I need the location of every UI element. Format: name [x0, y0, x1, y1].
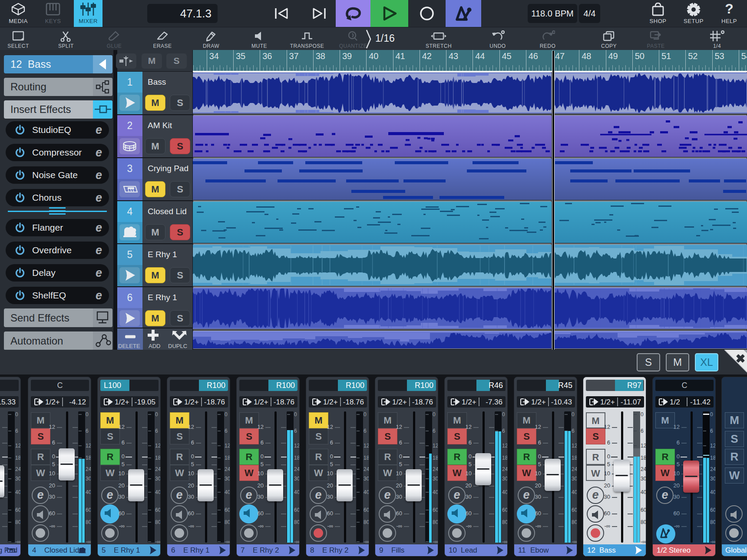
svg-text:?: ? [725, 2, 734, 16]
